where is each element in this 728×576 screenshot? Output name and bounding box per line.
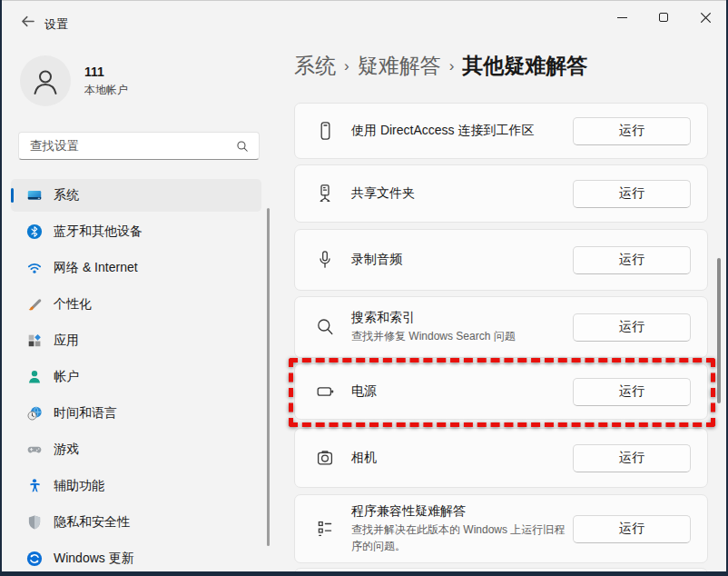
maximize-icon [659, 13, 668, 22]
run-button-camera[interactable]: 运行 [573, 444, 691, 472]
troubleshooter-list: 使用 DirectAccess 连接到工作区 运行 共享文件夹 运行 [294, 103, 708, 571]
sidebar-item-label: 游戏 [54, 442, 79, 458]
main-scrollbar[interactable] [717, 258, 721, 403]
row-shared-folders: 共享文件夹 运行 [294, 164, 708, 223]
titlebar: 设置 [2, 1, 726, 37]
system-icon [26, 187, 43, 204]
row-program-compatibility: 程序兼容性疑难解答 查找并解决在此版本的 Windows 上运行旧程序的问题。 … [294, 494, 708, 563]
run-button-directaccess[interactable]: 运行 [573, 117, 691, 145]
settings-window: 设置 111 本地帐户 [2, 0, 726, 571]
sidebar-item-accounts[interactable]: 帐户 [11, 361, 261, 393]
breadcrumb-system[interactable]: 系统 [294, 54, 336, 77]
sidebar-item-label: 帐户 [54, 369, 79, 385]
sidebar-item-label: 时间和语言 [54, 405, 117, 422]
run-button-search-indexing[interactable]: 运行 [573, 313, 691, 342]
sidebar-item-label: 网络 & Internet [54, 260, 138, 276]
row-search-indexing: 搜索和索引 查找并修复 Windows Search 问题 运行 [294, 296, 708, 358]
game-controller-icon [26, 442, 43, 458]
shield-icon [26, 514, 43, 531]
row-title: 共享文件夹 [351, 185, 573, 202]
row-title: 录制音频 [351, 252, 573, 268]
account-block[interactable]: 111 本地帐户 [20, 55, 128, 106]
sidebar-item-windows-update[interactable]: Windows 更新 [11, 542, 261, 571]
row-partial [294, 568, 708, 571]
row-recording-audio: 录制音频 运行 [294, 229, 708, 291]
main-content: 系统›疑难解答›其他疑难解答 使用 DirectAccess 连接到工作区 运行 [294, 37, 726, 571]
row-title: 程序兼容性疑难解答 [351, 503, 573, 520]
account-person-icon [26, 369, 43, 385]
run-button-recording-audio[interactable]: 运行 [573, 246, 691, 274]
back-button[interactable] [14, 9, 41, 33]
row-subtitle: 查找并修复 Windows Search 问题 [351, 329, 573, 344]
sidebar-item-label: 应用 [54, 333, 79, 349]
account-type: 本地帐户 [84, 83, 128, 98]
camera-icon [313, 447, 337, 469]
battery-icon [313, 381, 337, 402]
bluetooth-icon [26, 223, 43, 240]
sidebar-item-label: 个性化 [54, 296, 92, 313]
row-subtitle: 查找并解决在此版本的 Windows 上运行旧程序的问题。 [351, 522, 573, 554]
sidebar: 111 本地帐户 系统 蓝牙和其他设备 [2, 37, 274, 571]
sidebar-item-privacy-security[interactable]: 隐私和安全性 [11, 506, 261, 539]
sidebar-item-label: Windows 更新 [54, 551, 134, 567]
sidebar-item-network-internet[interactable]: 网络 & Internet [11, 252, 261, 284]
close-icon [700, 12, 712, 24]
sidebar-item-bluetooth-devices[interactable]: 蓝牙和其他设备 [11, 215, 261, 248]
row-power: 电源 运行 [294, 363, 708, 420]
minimize-icon [617, 17, 627, 18]
breadcrumb-troubleshoot[interactable]: 疑难解答 [358, 54, 441, 77]
run-button-program-compatibility[interactable]: 运行 [573, 515, 691, 543]
sidebar-item-personalization[interactable]: 个性化 [11, 288, 261, 321]
selected-indicator [11, 188, 14, 203]
accessibility-person-icon [26, 478, 43, 494]
sidebar-scrollbar[interactable] [267, 208, 270, 546]
row-title: 使用 DirectAccess 连接到工作区 [351, 123, 573, 139]
task-list-icon [313, 518, 337, 540]
run-button-power[interactable]: 运行 [573, 378, 691, 406]
breadcrumb: 系统›疑难解答›其他疑难解答 [294, 52, 587, 80]
minimize-button[interactable] [601, 1, 643, 34]
magnifier-icon [313, 316, 337, 338]
apps-icon [26, 333, 43, 349]
sidebar-item-system[interactable]: 系统 [11, 179, 261, 212]
settings-search-box [18, 132, 260, 160]
person-icon [30, 65, 61, 96]
microphone-icon [313, 249, 337, 271]
sidebar-item-apps[interactable]: 应用 [11, 324, 261, 357]
breadcrumb-separator: › [336, 57, 358, 74]
avatar [20, 55, 71, 106]
clock-globe-icon [26, 405, 43, 422]
wifi-icon [26, 260, 43, 276]
row-directaccess: 使用 DirectAccess 连接到工作区 运行 [294, 103, 708, 159]
row-camera: 相机 运行 [294, 428, 708, 488]
page-title: 其他疑难解答 [462, 54, 587, 77]
account-name: 111 [84, 65, 128, 79]
close-button[interactable] [684, 1, 726, 34]
window-title: 设置 [44, 16, 68, 33]
update-refresh-icon [26, 551, 43, 567]
row-title: 相机 [351, 450, 573, 466]
sidebar-item-label: 系统 [54, 187, 79, 204]
shared-folders-icon [313, 183, 337, 204]
sidebar-item-time-language[interactable]: 时间和语言 [11, 397, 261, 430]
row-title: 电源 [351, 383, 573, 400]
breadcrumb-separator: › [441, 57, 463, 74]
sidebar-item-accessibility[interactable]: 辅助功能 [11, 470, 261, 502]
sidebar-item-label: 蓝牙和其他设备 [54, 223, 143, 240]
run-button-shared-folders[interactable]: 运行 [573, 180, 691, 208]
back-arrow-icon [20, 14, 35, 29]
sidebar-nav: 系统 蓝牙和其他设备 网络 & Internet 个性化 [11, 179, 261, 571]
row-title: 搜索和索引 [351, 310, 573, 326]
search-icon [236, 140, 249, 153]
maximize-button[interactable] [643, 1, 684, 34]
search-input[interactable] [19, 139, 236, 153]
workplace-device-icon [313, 120, 337, 142]
sidebar-item-label: 辅助功能 [54, 478, 104, 494]
sidebar-item-label: 隐私和安全性 [54, 514, 130, 531]
brush-icon [26, 296, 43, 313]
sidebar-item-gaming[interactable]: 游戏 [11, 433, 261, 466]
